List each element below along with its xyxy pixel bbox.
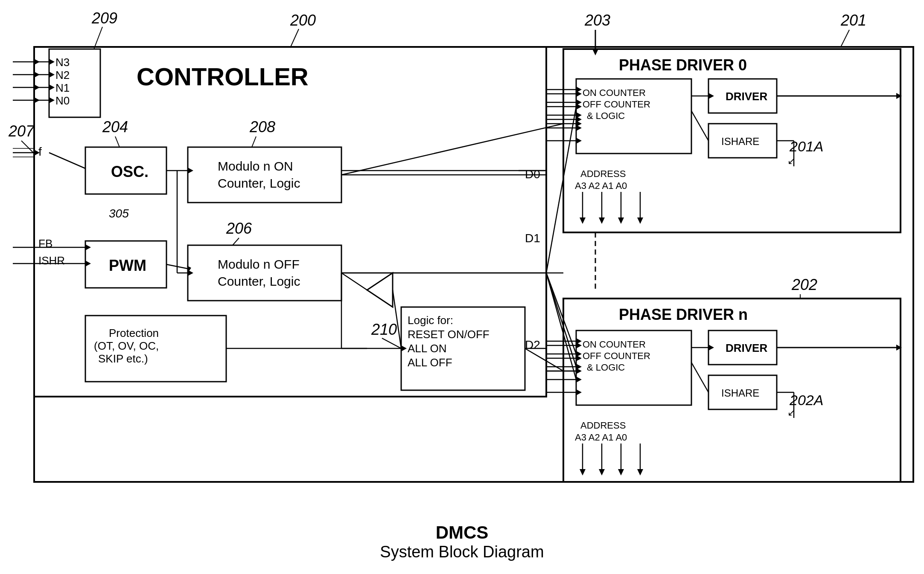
svg-marker-45 (367, 273, 393, 307)
ref-204: 204 (102, 118, 128, 136)
ref-209: 209 (91, 9, 117, 27)
svg-line-107 (546, 273, 576, 354)
svg-line-95 (525, 348, 563, 371)
svg-marker-79 (708, 345, 714, 351)
ref-206: 206 (226, 220, 252, 237)
svg-line-136 (691, 111, 708, 141)
diagram-title: DMCS (0, 522, 924, 543)
svg-line-49 (382, 338, 401, 348)
svg-line-138 (691, 362, 708, 392)
svg-marker-39 (85, 261, 91, 267)
block-diagram-svg: CONTROLLER 200 209 N3 N2 N1 N0 (0, 0, 924, 574)
svg-marker-65 (580, 217, 586, 224)
prot-label2: (OT, OV, OC, (94, 339, 159, 352)
oncounter-n-label3: & LOGIC (587, 362, 625, 373)
svg-line-33 (233, 238, 239, 245)
ishare-0-label: ISHARE (721, 136, 759, 147)
logic-label1: Logic for: (408, 314, 453, 327)
svg-line-29 (252, 136, 256, 147)
controller-label: CONTROLLER (137, 63, 309, 90)
oncounter-0-label1: ON COUNTER (583, 87, 646, 98)
svg-marker-52 (401, 345, 407, 351)
n1-label: N1 (55, 81, 70, 94)
modulo-on-label2: Counter, Logic (218, 176, 300, 190)
svg-marker-119 (576, 99, 582, 105)
svg-marker-89 (637, 469, 643, 475)
svg-marker-61 (708, 93, 714, 99)
n3-label: N3 (55, 56, 70, 69)
svg-marker-135 (576, 389, 582, 395)
caption-area: DMCS System Block Diagram (0, 522, 924, 561)
ref-201: 201 (840, 12, 866, 29)
ishare0-arrow: ↙ (787, 156, 795, 166)
driver-0-label: DRIVER (726, 90, 767, 103)
svg-marker-129 (576, 351, 582, 357)
ref-205-scribble: 305 (109, 207, 129, 220)
svg-marker-123 (576, 125, 582, 131)
modulo-on-label1: Modulo n ON (218, 159, 293, 173)
oncounter-0-label3: & LOGIC (587, 110, 625, 121)
ref-208: 208 (249, 118, 275, 136)
svg-marker-11 (49, 97, 55, 103)
svg-marker-9 (49, 84, 55, 90)
oncounter-n-label1: ON COUNTER (583, 339, 646, 350)
ref-203: 203 (584, 12, 610, 29)
n2-label: N2 (55, 69, 70, 81)
svg-marker-87 (618, 469, 624, 475)
svg-line-94 (546, 107, 576, 273)
modulo-off-label2: Counter, Logic (218, 274, 300, 288)
svg-marker-37 (85, 244, 91, 250)
svg-marker-117 (576, 87, 582, 93)
logic-label2: RESET ON/OFF (408, 328, 490, 341)
logic-label4: ALL OFF (408, 356, 452, 369)
address-0-label2: A3 A2 A1 A0 (575, 180, 627, 191)
diagram-container: CONTROLLER 200 209 N3 N2 N1 N0 (0, 0, 924, 574)
d0-label: D0 (525, 168, 540, 181)
svg-marker-69 (618, 217, 624, 224)
svg-marker-54 (592, 49, 598, 55)
prot-label3: SKIP etc.) (98, 352, 148, 365)
pwm-label: PWM (109, 257, 146, 274)
svg-line-2 (94, 27, 102, 49)
fb-label: FB (38, 237, 52, 250)
svg-marker-85 (599, 469, 605, 475)
isharen-arrow: ↙ (787, 407, 795, 418)
svg-marker-133 (576, 377, 582, 383)
address-n-label1: ADDRESS (580, 420, 626, 431)
svg-marker-32 (188, 168, 193, 174)
phase-driver-n-label: PHASE DRIVER n (619, 306, 748, 323)
ishr-label: ISHR (38, 254, 65, 267)
svg-line-25 (115, 136, 120, 147)
logic-label3: ALL ON (408, 342, 447, 355)
svg-line-27 (49, 153, 85, 168)
svg-marker-83 (580, 469, 586, 475)
svg-line-20 (21, 141, 34, 154)
ishare-n-label: ISHARE (721, 387, 759, 399)
d1-label: D1 (525, 232, 540, 245)
diagram-subtitle: System Block Diagram (0, 543, 924, 561)
driver-n-label: DRIVER (726, 342, 767, 354)
ref-210: 210 (371, 321, 397, 338)
address-n-label2: A3 A2 A1 A0 (575, 432, 627, 443)
svg-rect-34 (188, 245, 341, 301)
oncounter-0-label2: OFF COUNTER (583, 99, 650, 110)
svg-marker-127 (576, 338, 582, 344)
prot-label1: Protection (109, 327, 159, 339)
n0-label: N0 (55, 94, 70, 107)
ref-202: 202 (791, 276, 817, 293)
ref-207: 207 (8, 122, 35, 140)
svg-line-55 (841, 30, 849, 47)
phase-driver-0-label: PHASE DRIVER 0 (619, 56, 747, 74)
svg-rect-30 (188, 147, 341, 203)
svg-marker-67 (599, 217, 605, 224)
ref-200: 200 (290, 12, 316, 29)
svg-line-1 (290, 29, 299, 48)
svg-line-46 (341, 273, 367, 290)
svg-line-48 (393, 290, 401, 348)
svg-marker-5 (49, 59, 55, 65)
svg-marker-44 (188, 270, 193, 276)
svg-line-90 (341, 124, 563, 175)
osc-label: OSC. (111, 163, 149, 180)
svg-marker-7 (49, 72, 55, 78)
svg-marker-125 (576, 138, 582, 144)
